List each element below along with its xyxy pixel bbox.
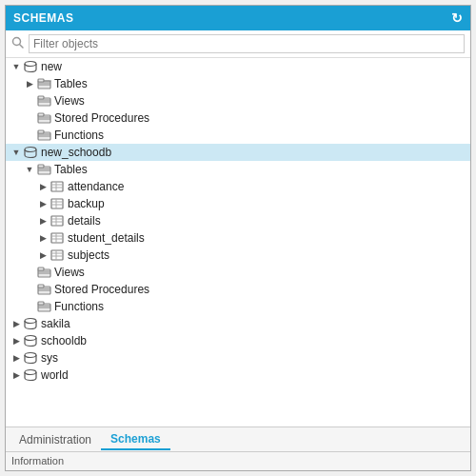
svg-rect-26	[51, 233, 63, 243]
folder-icon-ns-tables	[36, 163, 51, 176]
svg-point-43	[25, 370, 36, 375]
tree-node-new-sp[interactable]: Stored Procedures	[6, 109, 470, 127]
tab-administration[interactable]: Administration	[10, 430, 101, 449]
tree-node-details[interactable]: ▶ details	[6, 212, 470, 229]
folder-icon-new-sp	[36, 111, 51, 125]
toggle-subjects[interactable]: ▶	[36, 250, 50, 260]
tree-node-ns-functions[interactable]: Functions	[6, 298, 470, 315]
info-bar: Information	[6, 451, 470, 470]
svg-line-1	[20, 45, 24, 49]
folder-icon-new-tables	[36, 77, 51, 90]
tree-node-new-schoodb[interactable]: ▼ new_schoodb	[6, 144, 470, 161]
tree-node-new[interactable]: ▼ new	[6, 58, 470, 75]
node-label-new: new	[41, 60, 62, 73]
svg-rect-18	[51, 199, 63, 208]
bottom-tabs: Administration Schemas	[6, 426, 470, 451]
folder-icon-ns-views	[36, 266, 51, 279]
svg-rect-4	[38, 79, 44, 82]
tree-node-sys[interactable]: ▶ sys	[6, 349, 470, 367]
tree-node-new-tables[interactable]: ▶ Tables	[6, 75, 470, 92]
toggle-backup[interactable]: ▶	[36, 199, 50, 208]
node-label-backup: backup	[68, 197, 105, 210]
folder-icon-new-views	[36, 94, 51, 108]
schema-icon-schooldb	[23, 334, 38, 347]
tree-node-ns-views[interactable]: Views	[6, 264, 470, 281]
node-label-attendance: attendance	[68, 180, 124, 193]
svg-point-11	[25, 148, 36, 152]
toggle-new[interactable]: ▼	[10, 62, 23, 71]
node-label-ns-tables: Tables	[54, 163, 88, 176]
node-label-world: world	[41, 368, 69, 382]
main-panel: SCHEMAS ↻ ▼ new ▶	[5, 5, 471, 471]
refresh-icon[interactable]: ↻	[451, 10, 463, 26]
tree-node-world[interactable]: ▶ world	[6, 367, 470, 384]
node-label-ns-views: Views	[54, 266, 85, 279]
svg-point-40	[25, 319, 36, 324]
tree-node-ns-tables[interactable]: ▼ Tables	[6, 161, 470, 178]
table-icon-student-details	[50, 231, 65, 245]
svg-rect-14	[51, 182, 63, 191]
svg-rect-30	[51, 250, 63, 260]
toggle-ns-tables[interactable]: ▼	[23, 165, 36, 174]
node-label-schooldb: schooldb	[41, 334, 87, 347]
tree-node-student-details[interactable]: ▶ student_details	[6, 229, 470, 247]
tab-schemas[interactable]: Schemas	[101, 429, 170, 450]
toggle-schooldb[interactable]: ▶	[10, 336, 23, 346]
toggle-attendance[interactable]: ▶	[36, 182, 50, 191]
schema-icon-new	[23, 60, 38, 73]
node-label-subjects: subjects	[68, 248, 109, 262]
tree-node-schooldb[interactable]: ▶ schooldb	[6, 332, 470, 349]
tree-node-subjects[interactable]: ▶ subjects	[6, 247, 470, 264]
svg-point-2	[25, 62, 36, 67]
tree-node-attendance[interactable]: ▶ attendance	[6, 178, 470, 195]
svg-point-41	[25, 336, 36, 341]
toggle-new-schoodb[interactable]: ▼	[10, 148, 23, 157]
schema-icon-world	[23, 368, 38, 382]
node-label-sakila: sakila	[41, 317, 70, 330]
panel-header: SCHEMAS ↻	[6, 6, 470, 30]
svg-rect-35	[38, 268, 44, 270]
svg-rect-8	[38, 113, 44, 116]
node-label-ns-sp: Stored Procedures	[54, 283, 149, 296]
table-icon-subjects	[50, 248, 65, 262]
node-label-sys: sys	[41, 351, 58, 365]
tree-node-new-views[interactable]: Views	[6, 92, 470, 109]
info-label: Information	[11, 455, 64, 466]
schema-icon-sakila	[23, 317, 38, 330]
svg-rect-6	[38, 96, 44, 99]
svg-rect-13	[38, 165, 44, 168]
toggle-world[interactable]: ▶	[10, 370, 23, 380]
search-icon	[11, 36, 25, 51]
tree-node-backup[interactable]: ▶ backup	[6, 195, 470, 212]
folder-icon-ns-sp	[36, 283, 51, 296]
table-icon-details	[50, 214, 65, 228]
node-label-new-tables: Tables	[54, 77, 88, 90]
node-label-new-views: Views	[54, 94, 85, 108]
schema-icon-new-schoodb	[23, 146, 38, 159]
tree-node-new-functions[interactable]: Functions	[6, 127, 470, 144]
toggle-sys[interactable]: ▶	[10, 353, 23, 363]
svg-rect-37	[38, 285, 44, 288]
search-bar	[6, 30, 470, 58]
svg-point-42	[25, 353, 36, 358]
schema-tree: ▼ new ▶ Tables	[6, 58, 470, 426]
svg-rect-22	[51, 216, 63, 226]
tree-node-sakila[interactable]: ▶ sakila	[6, 315, 470, 332]
toggle-student-details[interactable]: ▶	[36, 233, 50, 243]
folder-icon-new-functions	[36, 129, 51, 142]
folder-icon-ns-functions	[36, 300, 51, 313]
table-icon-backup	[50, 197, 65, 210]
tree-node-ns-sp[interactable]: Stored Procedures	[6, 281, 470, 298]
svg-rect-10	[38, 130, 44, 133]
toggle-details[interactable]: ▶	[36, 216, 50, 226]
table-icon-attendance	[50, 180, 65, 193]
node-label-new-functions: Functions	[54, 129, 104, 142]
node-label-details: details	[68, 214, 101, 228]
search-input[interactable]	[29, 34, 465, 53]
node-label-new-sp: Stored Procedures	[54, 111, 149, 125]
node-label-ns-functions: Functions	[54, 300, 104, 313]
toggle-new-tables[interactable]: ▶	[23, 79, 36, 89]
toggle-sakila[interactable]: ▶	[10, 319, 23, 328]
panel-title: SCHEMAS	[13, 11, 74, 25]
svg-rect-39	[38, 302, 44, 305]
